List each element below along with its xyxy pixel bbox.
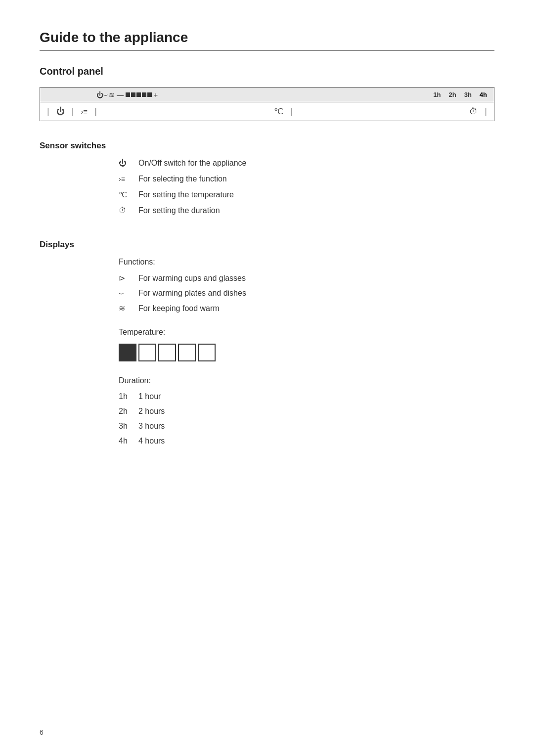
sensor-function-text: For selecting the function: [138, 175, 227, 183]
dur-3h: 3h: [464, 91, 472, 98]
panel-temp-squares: [126, 92, 152, 97]
function-icon: ›≡: [119, 175, 138, 183]
dur-1h: 1h: [433, 91, 441, 98]
cup-icon: ⏻: [96, 91, 103, 99]
temperature-squares: [119, 344, 494, 361]
sensor-switches-list: ⏻ On/Off switch for the appliance ›≡ For…: [119, 159, 494, 215]
duration-2h: 2h 2 hours: [119, 407, 494, 416]
title-divider: [40, 50, 494, 51]
panel-plus: +: [154, 91, 158, 99]
sensor-item-onoff: ⏻ On/Off switch for the appliance: [119, 159, 494, 168]
temperature-icon: ℃: [119, 190, 138, 199]
panel-sep5: |: [485, 106, 487, 117]
function-cups-text: For warming cups and glasses: [138, 274, 246, 283]
duration-text-1h: 1 hour: [138, 392, 161, 401]
function-food-text: For keeping food warm: [138, 304, 220, 313]
duration-sensor-icon: ⏱: [119, 206, 138, 215]
duration-code-4h: 4h: [119, 437, 138, 445]
food-icon: ≋: [109, 91, 115, 99]
temperature-label: Temperature:: [119, 328, 494, 337]
sensor-switches-section: Sensor switches ⏻ On/Off switch for the …: [40, 141, 494, 215]
dur-2h: 2h: [448, 91, 456, 98]
function-food: ≋ For keeping food warm: [119, 304, 494, 313]
temp-sq-1: [119, 344, 136, 361]
temp-sq-5: [198, 344, 216, 361]
function-plates: ⌣ For warming plates and dishes: [119, 289, 494, 298]
functions-list: ⊳ For warming cups and glasses ⌣ For war…: [119, 273, 494, 313]
duration-code-1h: 1h: [119, 392, 138, 401]
displays-section: Displays Functions: ⊳ For warming cups a…: [40, 240, 494, 445]
duration-text-2h: 2 hours: [138, 407, 165, 416]
duration-1h: 1h 1 hour: [119, 392, 494, 401]
panel-sep3: |: [94, 106, 97, 117]
duration-code-3h: 3h: [119, 422, 138, 431]
panel-minus: —: [117, 91, 124, 99]
control-panel-heading: Control panel: [40, 66, 494, 77]
panel-power-icon: ⏻: [56, 107, 65, 117]
panel-function-icon: ›≡: [81, 107, 88, 116]
sensor-switches-heading: Sensor switches: [40, 141, 494, 151]
sensor-duration-text: For setting the duration: [138, 206, 220, 215]
dur-4h: 4h: [480, 91, 487, 98]
panel-temp-icon: ℃: [274, 106, 283, 117]
sensor-temperature-text: For setting the temperature: [138, 190, 234, 199]
panel-sep2: |: [72, 106, 74, 117]
control-panel-diagram: ⏻ ⌣ ≋ — + 1h 2h 3h 4h | ⏻ | ›≡ |: [40, 87, 494, 121]
temp-sq-4: [178, 344, 196, 361]
duration-4h: 4h 4 hours: [119, 437, 494, 445]
panel-top-row: ⏻ ⌣ ≋ — + 1h 2h 3h 4h: [40, 88, 494, 102]
panel-duration-labels: 1h 2h 3h 4h: [433, 91, 487, 98]
duration-code-2h: 2h: [119, 407, 138, 416]
page-number: 6: [40, 728, 44, 736]
sensor-item-temperature: ℃ For setting the temperature: [119, 190, 494, 199]
cups-icon: ⊳: [119, 273, 138, 283]
functions-label: Functions:: [119, 258, 494, 267]
plates-icon: ⌣: [119, 289, 138, 298]
sensor-onoff-text: On/Off switch for the appliance: [138, 159, 246, 168]
panel-duration-icon: ⏱: [469, 107, 478, 117]
plate-icon: ⌣: [103, 90, 109, 99]
sensor-item-function: ›≡ For selecting the function: [119, 175, 494, 183]
displays-heading: Displays: [40, 240, 494, 250]
panel-sep1: |: [47, 106, 49, 117]
duration-list: 1h 1 hour 2h 2 hours 3h 3 hours 4h 4 hou…: [119, 392, 494, 445]
duration-label: Duration:: [119, 376, 494, 385]
onoff-icon: ⏻: [119, 159, 138, 168]
temp-sq-3: [158, 344, 176, 361]
duration-3h: 3h 3 hours: [119, 422, 494, 431]
panel-bottom-row: | ⏻ | ›≡ | ℃ | ⏱ |: [40, 102, 494, 121]
function-cups: ⊳ For warming cups and glasses: [119, 273, 494, 283]
page-title: Guide to the appliance: [40, 30, 494, 45]
panel-sep4: |: [290, 106, 293, 117]
food-warm-icon: ≋: [119, 304, 138, 313]
temp-sq-2: [138, 344, 156, 361]
displays-content: Functions: ⊳ For warming cups and glasse…: [119, 258, 494, 445]
duration-text-3h: 3 hours: [138, 422, 165, 431]
function-plates-text: For warming plates and dishes: [138, 289, 246, 298]
duration-text-4h: 4 hours: [138, 437, 165, 445]
sensor-item-duration: ⏱ For setting the duration: [119, 206, 494, 215]
